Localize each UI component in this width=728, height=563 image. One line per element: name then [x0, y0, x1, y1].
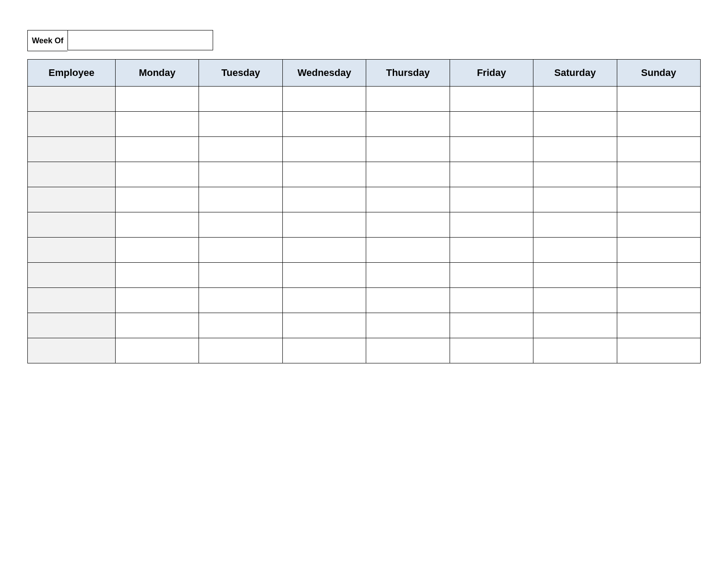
day-cell[interactable]	[617, 263, 700, 288]
day-cell[interactable]	[282, 212, 366, 238]
day-cell[interactable]	[366, 112, 450, 137]
day-cell[interactable]	[116, 162, 199, 187]
employee-cell[interactable]	[28, 288, 116, 313]
day-cell[interactable]	[617, 87, 700, 112]
table-row	[28, 288, 701, 313]
day-cell[interactable]	[366, 212, 450, 238]
day-cell[interactable]	[617, 137, 700, 162]
employee-cell[interactable]	[28, 238, 116, 263]
employee-cell[interactable]	[28, 137, 116, 162]
day-cell[interactable]	[116, 238, 199, 263]
day-cell[interactable]	[366, 338, 450, 363]
day-cell[interactable]	[533, 212, 617, 238]
day-cell[interactable]	[366, 87, 450, 112]
day-cell[interactable]	[533, 112, 617, 137]
employee-cell[interactable]	[28, 313, 116, 338]
day-cell[interactable]	[450, 288, 533, 313]
employee-cell[interactable]	[28, 162, 116, 187]
day-cell[interactable]	[533, 288, 617, 313]
day-cell[interactable]	[366, 162, 450, 187]
day-cell[interactable]	[199, 313, 282, 338]
day-cell[interactable]	[282, 162, 366, 187]
table-row	[28, 338, 701, 363]
employee-cell[interactable]	[28, 112, 116, 137]
day-cell[interactable]	[282, 263, 366, 288]
header-saturday: Saturday	[533, 60, 617, 87]
day-cell[interactable]	[617, 187, 700, 212]
day-cell[interactable]	[116, 112, 199, 137]
day-cell[interactable]	[282, 187, 366, 212]
day-cell[interactable]	[199, 162, 282, 187]
day-cell[interactable]	[617, 313, 700, 338]
week-of-value[interactable]	[68, 30, 213, 50]
day-cell[interactable]	[116, 288, 199, 313]
day-cell[interactable]	[199, 187, 282, 212]
day-cell[interactable]	[366, 238, 450, 263]
day-cell[interactable]	[533, 137, 617, 162]
table-row	[28, 112, 701, 137]
day-cell[interactable]	[282, 238, 366, 263]
table-row	[28, 263, 701, 288]
day-cell[interactable]	[366, 263, 450, 288]
day-cell[interactable]	[199, 288, 282, 313]
day-cell[interactable]	[116, 137, 199, 162]
day-cell[interactable]	[533, 187, 617, 212]
day-cell[interactable]	[199, 112, 282, 137]
day-cell[interactable]	[450, 137, 533, 162]
day-cell[interactable]	[199, 238, 282, 263]
day-cell[interactable]	[116, 87, 199, 112]
day-cell[interactable]	[282, 338, 366, 363]
day-cell[interactable]	[450, 338, 533, 363]
day-cell[interactable]	[282, 288, 366, 313]
day-cell[interactable]	[366, 288, 450, 313]
day-cell[interactable]	[533, 263, 617, 288]
day-cell[interactable]	[533, 87, 617, 112]
day-cell[interactable]	[199, 87, 282, 112]
day-cell[interactable]	[199, 263, 282, 288]
day-cell[interactable]	[617, 238, 700, 263]
day-cell[interactable]	[282, 112, 366, 137]
day-cell[interactable]	[533, 338, 617, 363]
employee-cell[interactable]	[28, 87, 116, 112]
day-cell[interactable]	[282, 87, 366, 112]
day-cell[interactable]	[199, 212, 282, 238]
day-cell[interactable]	[366, 137, 450, 162]
day-cell[interactable]	[199, 137, 282, 162]
day-cell[interactable]	[116, 263, 199, 288]
schedule-header-row: Employee Monday Tuesday Wednesday Thursd…	[28, 60, 701, 87]
day-cell[interactable]	[617, 212, 700, 238]
day-cell[interactable]	[450, 238, 533, 263]
employee-cell[interactable]	[28, 263, 116, 288]
day-cell[interactable]	[617, 288, 700, 313]
day-cell[interactable]	[116, 313, 199, 338]
day-cell[interactable]	[450, 263, 533, 288]
employee-cell[interactable]	[28, 338, 116, 363]
day-cell[interactable]	[282, 137, 366, 162]
day-cell[interactable]	[282, 313, 366, 338]
day-cell[interactable]	[450, 162, 533, 187]
schedule-table: Employee Monday Tuesday Wednesday Thursd…	[27, 59, 701, 363]
day-cell[interactable]	[533, 162, 617, 187]
table-row	[28, 137, 701, 162]
day-cell[interactable]	[450, 187, 533, 212]
day-cell[interactable]	[450, 313, 533, 338]
day-cell[interactable]	[116, 338, 199, 363]
day-cell[interactable]	[617, 338, 700, 363]
day-cell[interactable]	[366, 187, 450, 212]
day-cell[interactable]	[617, 162, 700, 187]
day-cell[interactable]	[116, 187, 199, 212]
day-cell[interactable]	[116, 212, 199, 238]
employee-cell[interactable]	[28, 212, 116, 238]
header-thursday: Thursday	[366, 60, 450, 87]
table-row	[28, 313, 701, 338]
day-cell[interactable]	[450, 87, 533, 112]
day-cell[interactable]	[450, 112, 533, 137]
day-cell[interactable]	[533, 313, 617, 338]
table-row	[28, 187, 701, 212]
day-cell[interactable]	[199, 338, 282, 363]
day-cell[interactable]	[450, 212, 533, 238]
employee-cell[interactable]	[28, 187, 116, 212]
day-cell[interactable]	[617, 112, 700, 137]
day-cell[interactable]	[366, 313, 450, 338]
day-cell[interactable]	[533, 238, 617, 263]
